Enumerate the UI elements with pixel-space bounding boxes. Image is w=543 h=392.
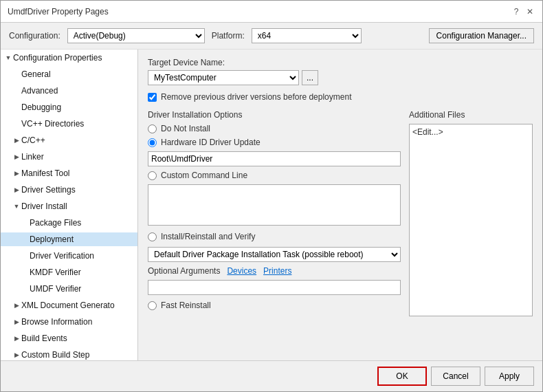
platform-label: Platform: (212, 31, 245, 41)
button-row: OK Cancel Apply (1, 360, 542, 391)
config-row: Configuration: Active(Debug) Platform: x… (1, 23, 542, 50)
install-reinstall-label: Install/Reinstall and Verify (161, 232, 255, 241)
tree-label-linker: Linker (21, 152, 44, 162)
additional-files-placeholder: <Edit...> (412, 127, 443, 137)
tree-label-manifest-tool: Manifest Tool (21, 168, 69, 178)
printers-link[interactable]: Printers (263, 266, 291, 276)
install-select-row: Default Driver Package Installation Task… (148, 247, 401, 262)
optional-args-input[interactable] (148, 280, 401, 295)
do-not-install-option: Do Not Install (148, 124, 401, 133)
custom-cmd-option: Custom Command Line (148, 171, 401, 180)
ok-button[interactable]: OK (377, 367, 427, 386)
cancel-button[interactable]: Cancel (431, 367, 480, 386)
tree-item-vc-dirs[interactable]: VC++ Directories (1, 116, 137, 132)
tree-label-deployment: Deployment (30, 235, 74, 244)
tree-item-kmdf-verifier[interactable]: KMDF Verifier (1, 264, 137, 281)
apply-button[interactable]: Apply (485, 367, 534, 386)
right-column: Additional Files <Edit...> (409, 110, 533, 316)
tree-item-package-files[interactable]: Package Files (1, 215, 137, 231)
custom-cmd-radio[interactable] (148, 171, 157, 180)
tree-label-debugging: Debugging (21, 102, 61, 112)
tree-item-driver-install[interactable]: ▼ Driver Install (1, 198, 137, 215)
expand-arrow-config-props: ▼ (3, 54, 13, 61)
window-title: UmdfDriver Property Pages (8, 7, 109, 17)
tree-label-driver-verification: Driver Verification (30, 251, 94, 261)
tree-label-package-files: Package Files (30, 218, 81, 228)
tree-item-xml-doc[interactable]: ▶ XML Document Generato (1, 297, 137, 314)
remove-versions-checkbox[interactable] (148, 93, 157, 102)
tree-label-driver-settings: Driver Settings (21, 185, 76, 195)
configuration-select[interactable]: Active(Debug) (67, 28, 205, 43)
arrow-driver-install: ▼ (12, 203, 21, 210)
arrow-xml-doc: ▶ (12, 302, 21, 309)
hardware-id-radio[interactable] (148, 138, 157, 147)
tree-panel: ▼ Configuration Properties General Advan… (1, 50, 138, 360)
tree-label-custom-build: Custom Build Step (21, 350, 89, 360)
additional-files-box[interactable]: <Edit...> (409, 124, 533, 316)
fast-reinstall-option: Fast Reinstall (148, 301, 401, 310)
tree-item-build-events[interactable]: ▶ Build Events (1, 330, 137, 347)
install-task-select[interactable]: Default Driver Package Installation Task… (148, 247, 401, 262)
arrow-cpp: ▶ (12, 137, 21, 144)
optional-args-label: Optional Arguments (148, 266, 220, 276)
arrow-manifest-tool: ▶ (12, 170, 21, 177)
right-panel: Target Device Name: MyTestComputer ... R… (138, 50, 542, 360)
tree-item-config-props[interactable]: ▼ Configuration Properties (1, 50, 137, 66)
remove-versions-checkbox-row: Remove previous driver versions before d… (148, 92, 533, 102)
custom-cmd-label: Custom Command Line (161, 171, 247, 180)
hardware-id-label: Hardware ID Driver Update (161, 138, 261, 147)
target-device-row: MyTestComputer ... (148, 70, 533, 85)
tree-label-cpp: C/C++ (21, 135, 45, 145)
do-not-install-radio[interactable] (148, 124, 157, 133)
tree-label-advanced: Advanced (21, 86, 58, 96)
target-device-label: Target Device Name: (148, 58, 533, 67)
arrow-driver-settings: ▶ (12, 186, 21, 193)
target-device-select[interactable]: MyTestComputer (148, 70, 299, 85)
tree-item-advanced[interactable]: Advanced (1, 83, 137, 99)
tree-label-general: General (21, 69, 51, 79)
dots-button[interactable]: ... (302, 70, 318, 85)
do-not-install-label: Do Not Install (161, 124, 210, 133)
tree-label-umdf-verifier: UMDF Verifier (30, 284, 81, 294)
custom-cmd-textarea[interactable] (148, 184, 401, 226)
tree-item-driver-settings[interactable]: ▶ Driver Settings (1, 182, 137, 198)
tree-item-driver-verification[interactable]: Driver Verification (1, 248, 137, 264)
main-content: ▼ Configuration Properties General Advan… (1, 50, 542, 360)
additional-files-label: Additional Files (409, 110, 533, 120)
close-button[interactable]: ✕ (524, 6, 535, 17)
tree-label-xml-doc: XML Document Generato (21, 301, 115, 310)
tree-item-manifest-tool[interactable]: ▶ Manifest Tool (1, 165, 137, 182)
property-pages-window: UmdfDriver Property Pages ? ✕ Configurat… (0, 0, 543, 392)
tree-item-custom-build[interactable]: ▶ Custom Build Step (1, 347, 137, 360)
config-manager-button[interactable]: Configuration Manager... (429, 28, 534, 43)
fast-reinstall-label: Fast Reinstall (161, 301, 211, 310)
remove-versions-label: Remove previous driver versions before d… (161, 92, 351, 102)
arrow-browse-info: ▶ (12, 318, 21, 325)
tree-label-config-props: Configuration Properties (13, 53, 102, 63)
hardware-id-input[interactable] (148, 151, 401, 166)
title-bar: UmdfDriver Property Pages ? ✕ (1, 1, 542, 23)
install-reinstall-radio[interactable] (148, 232, 157, 241)
optional-args-row: Optional Arguments Devices Printers (148, 266, 401, 276)
tree-item-umdf-verifier[interactable]: UMDF Verifier (1, 281, 137, 297)
tree-item-debugging[interactable]: Debugging (1, 99, 137, 116)
fast-reinstall-radio[interactable] (148, 301, 157, 310)
tree-item-linker[interactable]: ▶ Linker (1, 149, 137, 165)
title-bar-controls: ? ✕ (511, 6, 535, 17)
configuration-label: Configuration: (9, 31, 60, 41)
tree-item-cpp[interactable]: ▶ C/C++ (1, 132, 137, 149)
tree-label-build-events: Build Events (21, 334, 67, 343)
arrow-linker: ▶ (12, 153, 21, 160)
hardware-id-option: Hardware ID Driver Update (148, 138, 401, 147)
platform-select[interactable]: x64 (252, 28, 362, 43)
help-button[interactable]: ? (511, 6, 522, 17)
tree-label-browse-info: Browse Information (21, 317, 92, 327)
install-reinstall-option: Install/Reinstall and Verify (148, 232, 401, 241)
tree-item-general[interactable]: General (1, 66, 137, 83)
devices-link[interactable]: Devices (227, 266, 256, 276)
tree-label-kmdf-verifier: KMDF Verifier (30, 268, 81, 277)
tree-item-deployment[interactable]: Deployment (1, 231, 137, 248)
driver-install-section-title: Driver Installation Options (148, 110, 401, 120)
tree-item-browse-info[interactable]: ▶ Browse Information (1, 314, 137, 330)
left-column: Driver Installation Options Do Not Insta… (148, 110, 401, 316)
